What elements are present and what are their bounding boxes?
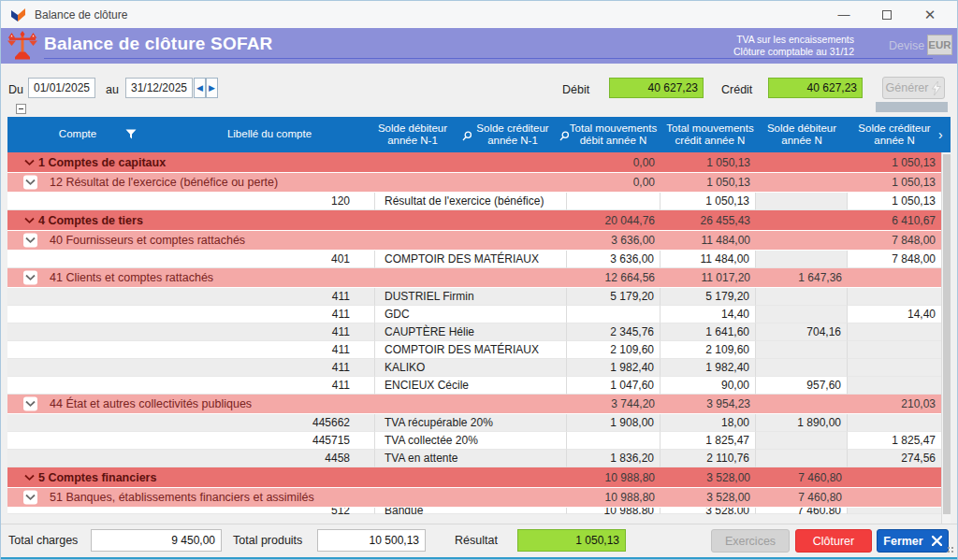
maximize-button[interactable] xyxy=(865,1,908,28)
account-number-cell: 120 xyxy=(7,193,375,210)
table-row[interactable]: 4 Comptes de tiers20 044,7626 455,436 41… xyxy=(7,210,941,231)
table-row[interactable]: 411ENCIEUX Cécile1 047,6090,00957,60 xyxy=(7,377,941,395)
chevron-down-icon[interactable] xyxy=(25,495,36,501)
total-debit-cell: 1 982,40 xyxy=(567,359,660,377)
solde-debiteur-cell xyxy=(756,193,848,210)
chevron-down-icon[interactable] xyxy=(25,237,36,244)
minimize-button[interactable]: — xyxy=(822,1,865,28)
table-row[interactable]: 401COMPTOIR DES MATÉRIAUX3 636,0011 484,… xyxy=(7,251,941,268)
window-title: Balance de clôture xyxy=(35,8,127,22)
chevron-down-icon[interactable] xyxy=(24,217,35,223)
solde-crediteur-cell: 1 825,47 xyxy=(848,432,941,450)
table-row[interactable]: 4458TVA en attente1 836,202 110,76274,56 xyxy=(7,450,941,467)
table-row[interactable]: 41 Clients et comptes rattachés12 664,56… xyxy=(7,268,941,288)
account-number-cell: 401 xyxy=(7,251,375,268)
column-header-solde-crediteur-n1[interactable]: Solde créditeurannée N-1 xyxy=(466,117,559,152)
total-debit-cell: 2 345,76 xyxy=(567,323,660,341)
total-credit-cell: 1 050,13 xyxy=(660,173,756,192)
column-header-solde-debiteur-n1[interactable]: Solde débiteurannée N-1 xyxy=(366,117,459,152)
table-row[interactable]: 411CAUPTÈRE Hélie2 345,761 641,60704,16 xyxy=(7,323,941,341)
total-debit-cell: 1 836,20 xyxy=(567,450,660,467)
solde-crediteur-cell: 7 848,00 xyxy=(848,251,941,268)
total-credit-cell: 2 109,60 xyxy=(660,341,756,359)
total-debit-cell: 3 636,00 xyxy=(567,251,660,268)
total-debit-cell: 10 988,80 xyxy=(567,467,660,487)
column-header-total-credit-n[interactable]: Total mouvementscrédit année N xyxy=(662,117,758,152)
group-label-cell: 5 Comptes financiers xyxy=(7,467,567,487)
previous-period-button[interactable]: ◀ xyxy=(194,78,206,98)
solde-crediteur-cell xyxy=(848,467,941,487)
generer-button[interactable]: Générer xyxy=(882,77,945,99)
solde-crediteur-cell xyxy=(848,488,941,507)
table-row[interactable]: 1 Comptes de capitaux0,001 050,131 050,1… xyxy=(7,152,941,173)
vertical-scrollbar[interactable] xyxy=(941,152,951,524)
solde-crediteur-cell xyxy=(848,508,941,514)
table-row[interactable]: 12 Résultat de l'exercice (bénéfice ou p… xyxy=(7,173,941,193)
account-label-cell: CAUPTÈRE Hélie xyxy=(375,323,567,341)
column-header-total-debit-n[interactable]: Total mouvementsdébit année N xyxy=(564,117,662,152)
chevron-down-icon[interactable] xyxy=(25,275,36,281)
total-credit-cell: 14,40 xyxy=(660,306,756,323)
solde-debiteur-cell xyxy=(756,152,848,172)
devise-value-chip[interactable]: EUR xyxy=(927,35,952,55)
solde-crediteur-cell xyxy=(848,323,941,341)
column-header-solde-debiteur-n[interactable]: Solde débiteurannée N xyxy=(756,117,848,152)
solde-debiteur-cell xyxy=(756,251,848,268)
date-from-input[interactable]: 01/01/2025 xyxy=(28,78,95,98)
scrollbar-thumb[interactable] xyxy=(943,154,951,514)
solde-debiteur-cell xyxy=(756,231,848,250)
table-row[interactable]: 411KALIKO1 982,401 982,40 xyxy=(7,359,941,377)
chevron-down-icon[interactable] xyxy=(25,179,36,186)
table-row[interactable]: 445715TVA collectée 20%1 825,471 825,47 xyxy=(7,432,941,450)
table-row[interactable]: 51 Banques, établissements financiers et… xyxy=(7,488,941,508)
toolbar: Du 01/01/2025 au 31/12/2025 ◀ ▶ Débit 40… xyxy=(1,64,957,117)
total-produits-input[interactable]: 10 500,13 xyxy=(317,529,426,552)
date-to-input[interactable]: 31/12/2025 xyxy=(125,78,193,98)
exercices-button[interactable]: Exercices xyxy=(711,529,790,553)
column-header-libelle[interactable]: Libellé du compte xyxy=(185,117,354,152)
filter-icon[interactable] xyxy=(125,129,137,139)
solde-crediteur-cell: 274,56 xyxy=(848,450,941,467)
next-period-button[interactable]: ▶ xyxy=(206,78,218,98)
account-number-cell: 411 xyxy=(7,359,375,377)
account-label-cell: TVA récupérable 20% xyxy=(375,414,567,432)
group-label-cell: 4 Comptes de tiers xyxy=(7,210,567,230)
table-row[interactable]: 445662TVA récupérable 20%1 908,0018,001 … xyxy=(7,414,941,432)
table-row[interactable]: 40 Fournisseurs et comptes rattachés3 63… xyxy=(7,231,941,251)
total-credit-cell: 26 455,43 xyxy=(660,210,756,230)
chevron-down-icon[interactable] xyxy=(25,401,36,408)
column-header-solde-crediteur-n[interactable]: Solde créditeurannée N xyxy=(848,117,941,152)
resultat-field: 1 050,13 xyxy=(517,529,626,552)
chevron-down-icon[interactable] xyxy=(24,474,35,481)
table-row[interactable]: 5 Comptes financiers10 988,803 528,007 4… xyxy=(7,467,941,488)
total-debit-cell: 20 044,76 xyxy=(567,210,660,230)
total-credit-cell: 3 528,00 xyxy=(660,467,756,487)
solde-debiteur-cell xyxy=(756,395,848,413)
title-bar: Balance de clôture — ✕ xyxy=(1,1,957,28)
group-label: 1 Comptes de capitaux xyxy=(38,156,166,169)
total-credit-cell: 2 110,76 xyxy=(660,450,756,467)
table-row[interactable]: 411DUSTRIEL Firmin5 179,205 179,20 xyxy=(7,288,941,306)
account-number-cell: 445662 xyxy=(7,414,375,432)
table-row[interactable]: 411COMPTOIR DES MATÉRIAUX2 109,602 109,6… xyxy=(7,341,941,359)
table-row[interactable]: 44 État et autres collectivités publique… xyxy=(7,395,941,414)
chevron-down-icon[interactable] xyxy=(24,159,35,165)
table-row[interactable]: 512Banque10 988,803 528,007 460,80 xyxy=(7,508,941,514)
fermer-button[interactable]: Fermer xyxy=(877,529,949,553)
total-debit-cell: 10 988,80 xyxy=(567,488,660,507)
resize-grip[interactable] xyxy=(947,546,954,553)
total-credit-cell: 1 825,47 xyxy=(660,432,756,450)
collapse-all-button[interactable] xyxy=(16,104,26,114)
account-label-cell: TVA en attente xyxy=(375,450,567,467)
total-charges-input[interactable]: 9 450,00 xyxy=(91,529,222,552)
total-debit-cell: 0,00 xyxy=(567,173,660,192)
cloturer-button[interactable]: Clôturer xyxy=(795,529,872,553)
table-row[interactable]: 120Résultat de l'exercice (bénéfice)1 05… xyxy=(7,193,941,210)
total-debit-cell: 1 908,00 xyxy=(567,414,660,432)
account-label-cell: GDC xyxy=(375,306,567,323)
generer-label: Générer xyxy=(886,81,929,94)
close-button[interactable]: ✕ xyxy=(908,1,951,28)
table-row[interactable]: 411GDC14,4014,40 xyxy=(7,306,941,323)
chevron-right-icon[interactable]: › xyxy=(938,127,943,142)
date-from-label: Du xyxy=(8,83,23,96)
